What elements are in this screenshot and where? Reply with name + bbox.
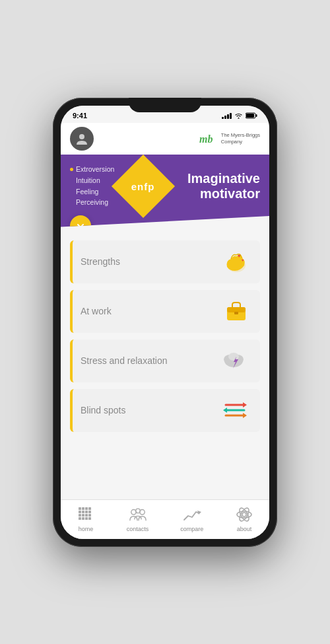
blindspots-label: Blind spots [73,405,219,415]
atwork-emoji [222,297,251,323]
brand-logo: mb The Myers-Briggs Company [199,132,260,145]
avatar[interactable] [70,127,94,151]
svg-rect-25 [88,507,91,510]
type-diamond: enfp [112,154,175,217]
contacts-label: contacts [127,526,149,532]
svg-rect-36 [85,517,88,520]
svg-rect-9 [227,307,246,312]
blindspots-card[interactable]: Blind spots [70,389,260,432]
atwork-icon [222,297,251,326]
status-time: 9:41 [73,112,87,120]
strengths-emoji: ♥ ♥ [222,247,251,273]
compare-label: compare [180,526,203,532]
svg-marker-21 [243,413,247,418]
trait-extroversion: Extroversion [70,164,114,175]
svg-rect-37 [88,517,91,520]
svg-rect-23 [82,507,84,510]
svg-point-3 [79,134,84,139]
trait-perceiving: Perceiving [70,197,114,208]
svg-point-38 [131,509,135,514]
svg-rect-31 [82,514,84,517]
hero-content: Extroversion Intuition Feeling Perceivin… [70,164,260,209]
strengths-icon: ♥ ♥ [222,247,251,277]
atwork-label: At work [73,306,222,316]
content-area: Strengths ♥ ♥ At [61,227,269,499]
atwork-card[interactable]: At work [70,290,260,333]
strengths-label: Strengths [73,256,222,267]
app-header: mb The Myers-Briggs Company [61,123,269,155]
phone-frame: 9:41 [53,98,277,547]
svg-marker-17 [243,402,247,408]
compare-icon [183,505,201,524]
svg-point-40 [135,509,140,513]
user-icon [75,131,89,146]
svg-text:♥: ♥ [242,258,244,262]
bottom-nav: home contacts [61,499,269,539]
status-icons [222,112,257,119]
contacts-icon [129,505,147,524]
svg-rect-27 [82,511,84,513]
trait-intuition: Intuition [70,175,114,186]
trait-dot [70,168,73,171]
svg-point-39 [139,509,144,514]
svg-rect-28 [85,511,88,513]
about-label: about [237,526,252,532]
brand-name: The Myers-Briggs Company [221,132,260,145]
type-description: Imaginative motivator [172,171,260,201]
svg-rect-29 [88,511,91,513]
svg-rect-30 [79,514,81,517]
stress-card[interactable]: Stress and relaxation [70,340,260,382]
svg-marker-19 [223,408,227,413]
home-label: home [79,526,94,532]
blindspots-icon [219,396,251,425]
stress-label: Stress and relaxation [73,355,219,366]
trait-feeling: Feeling [70,186,114,197]
svg-rect-32 [85,514,88,517]
notch [129,98,201,112]
wifi-icon [234,112,243,119]
svg-rect-1 [256,114,257,117]
stress-emoji [219,346,251,373]
battery-icon [246,112,257,119]
blindspots-emoji [219,396,251,422]
svg-text:mb: mb [199,133,213,144]
mb-logo-mark: mb [199,133,218,144]
stress-icon [219,346,251,376]
type-title: Imaginative motivator [172,171,260,201]
svg-rect-34 [79,517,81,520]
nav-home[interactable]: home [77,505,95,532]
svg-rect-10 [234,312,238,314]
svg-rect-35 [82,517,84,520]
nav-compare[interactable]: compare [180,505,203,532]
hero-section: Extroversion Intuition Feeling Perceivin… [61,155,269,227]
nav-about[interactable]: about [235,505,253,532]
nav-contacts[interactable]: contacts [127,505,149,532]
svg-rect-24 [85,507,88,510]
about-icon [235,505,253,524]
signal-icon [222,112,232,119]
svg-point-42 [242,513,246,517]
svg-text:♥: ♥ [238,253,241,259]
svg-rect-22 [79,507,81,510]
svg-rect-33 [88,514,91,517]
svg-rect-2 [246,114,254,118]
strengths-card[interactable]: Strengths ♥ ♥ [70,240,260,283]
phone-screen: 9:41 [61,106,269,539]
home-icon [77,505,95,524]
svg-rect-26 [79,511,81,513]
type-code: enfp [132,180,156,192]
traits-list: Extroversion Intuition Feeling Perceivin… [70,164,114,208]
